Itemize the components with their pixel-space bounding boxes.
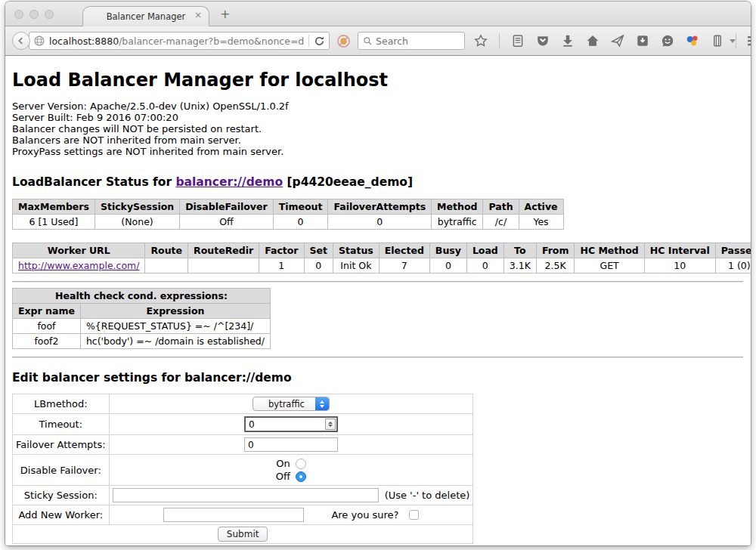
- reading-list-icon[interactable]: [511, 34, 525, 48]
- back-button[interactable]: [12, 32, 30, 50]
- table-row: foof2 hc('body') =~ /domain is establish…: [13, 334, 271, 349]
- balancer-status-table: MaxMembers StickySession DisableFailover…: [12, 199, 564, 230]
- downloads-icon[interactable]: [561, 34, 575, 48]
- window-controls: [14, 10, 54, 19]
- edit-balancer-form: LBmethod: bytraffic Timeout:: [12, 394, 473, 544]
- lbmethod-label: LBmethod:: [13, 394, 110, 414]
- balancer-demo-link[interactable]: balancer://demo: [175, 175, 283, 189]
- menu-hamburger-icon[interactable]: [747, 34, 751, 48]
- add-worker-label: Add New Worker:: [13, 505, 110, 525]
- urlbar-divider: [308, 35, 309, 47]
- table-header-row: Worker URL Route RouteRedir Factor Set S…: [13, 243, 751, 258]
- timeout-input[interactable]: [244, 416, 338, 432]
- disable-failover-off-radio[interactable]: [296, 471, 306, 482]
- save-to-device-icon[interactable]: [636, 34, 649, 48]
- bookmark-star-icon[interactable]: [474, 34, 488, 48]
- close-window-button[interactable]: [14, 10, 23, 19]
- worker-table: Worker URL Route RouteRedir Factor Set S…: [12, 243, 751, 273]
- sticky-session-input[interactable]: [113, 488, 379, 502]
- page-title: Load Balancer Manager for localhost: [12, 70, 743, 91]
- zoom-window-button[interactable]: [45, 10, 54, 19]
- reload-icon[interactable]: [314, 36, 325, 47]
- sticky-session-label: Sticky Session:: [13, 486, 110, 505]
- timeout-row: Timeout:: [13, 414, 473, 435]
- table-row: 6 [1 Used] (None) Off 0 0 bytraffic /c/ …: [13, 215, 564, 230]
- select-stepper-icon: [315, 397, 329, 410]
- add-worker-input[interactable]: [163, 508, 304, 522]
- globe-icon: [33, 35, 45, 47]
- lbmethod-select[interactable]: bytraffic: [253, 397, 330, 411]
- search-icon: [363, 36, 373, 46]
- table-header-row: MaxMembers StickySession DisableFailover…: [13, 199, 564, 215]
- persist-notice-line: Balancer changes will NOT be persisted o…: [12, 123, 743, 134]
- server-info: Server Version: Apache/2.5.0-dev (Unix) …: [12, 100, 743, 157]
- page-content: Load Balancer Manager for localhost Serv…: [5, 56, 751, 545]
- health-check-table: Health check cond. expressions: Expr nam…: [12, 288, 271, 349]
- failover-attempts-input[interactable]: [244, 437, 338, 452]
- confirm-label: Are you sure?: [331, 509, 398, 521]
- minimize-window-button[interactable]: [29, 10, 39, 19]
- server-built-line: Server Built: Feb 9 2016 07:00:20: [12, 112, 743, 123]
- url-text: localhost:8880/balancer-manager?b=demo&n…: [49, 36, 304, 47]
- chevron-down-icon[interactable]: [730, 39, 736, 43]
- disable-failover-label: Disable Failover:: [13, 455, 110, 486]
- lbmethod-row: LBmethod: bytraffic: [13, 394, 473, 414]
- submit-button[interactable]: Submit: [218, 527, 268, 542]
- table-header-row: Expr name Expression: [13, 304, 271, 319]
- radio-off-label: Off: [276, 470, 290, 483]
- radio-on-label: On: [276, 457, 290, 470]
- table-row: foof %{REQUEST_STATUS} =~ /^[234]/: [13, 319, 271, 334]
- sticky-session-row: Sticky Session: (Use '-' to delete): [13, 486, 473, 505]
- sticky-session-hint: (Use '-' to delete): [385, 490, 470, 501]
- server-version-line: Server Version: Apache/2.5.0-dev (Unix) …: [12, 100, 743, 112]
- toolbar-right-group: [736, 33, 751, 48]
- new-tab-button[interactable]: +: [220, 8, 230, 20]
- add-worker-row: Add New Worker: Are you sure?: [13, 505, 473, 525]
- timeout-label: Timeout:: [13, 414, 110, 435]
- disable-failover-on-radio[interactable]: [296, 459, 306, 469]
- failover-attempts-label: Failover Attempts:: [13, 435, 110, 455]
- lbmethod-selected-value: bytraffic: [253, 397, 315, 410]
- number-spinner-icon[interactable]: [325, 419, 336, 430]
- send-tab-icon[interactable]: [611, 34, 624, 48]
- url-bar[interactable]: localhost:8880/balancer-manager?b=demo&n…: [29, 32, 330, 50]
- navigation-toolbar: localhost:8880/balancer-manager?b=demo&n…: [5, 26, 751, 56]
- tab-close-icon[interactable]: ×: [194, 11, 202, 20]
- worker-url-link[interactable]: http://www.example.com/: [18, 260, 139, 271]
- table-title-row: Health check cond. expressions:: [13, 289, 271, 304]
- section-divider: [12, 357, 743, 358]
- back-arrow-icon: [16, 36, 26, 46]
- tab-title: Balancer Manager: [107, 11, 186, 22]
- hello-icon[interactable]: [686, 34, 699, 48]
- plugin-blocked-icon[interactable]: [336, 34, 351, 48]
- loadbalancer-status-heading: LoadBalancer Status for balancer://demo …: [12, 175, 743, 189]
- confirm-checkbox[interactable]: [409, 510, 419, 520]
- titlebar: Balancer Manager × +: [5, 2, 751, 26]
- section-divider: [12, 281, 743, 283]
- toolbar-separator: [736, 33, 736, 48]
- browser-window: Balancer Manager × + localhost:8880/bala…: [5, 2, 751, 545]
- table-row: http://www.example.com/ 1 0 Init Ok 7 0 …: [13, 258, 751, 273]
- tab-balancer-manager[interactable]: Balancer Manager ×: [82, 6, 209, 26]
- feedback-smiley-icon[interactable]: [661, 34, 674, 48]
- submit-row: Submit: [13, 525, 473, 544]
- failover-attempts-row: Failover Attempts:: [13, 435, 473, 455]
- disable-failover-row: Disable Failover: On Off: [13, 455, 473, 486]
- proxypass-notice-line: ProxyPass settings are NOT inherited fro…: [12, 146, 743, 157]
- edit-balancer-heading: Edit balancer settings for balancer://de…: [12, 371, 743, 385]
- home-icon[interactable]: [586, 34, 600, 48]
- toolbar-icons: [474, 33, 736, 48]
- search-input[interactable]: [376, 36, 451, 47]
- pocket-icon[interactable]: [536, 34, 550, 48]
- inherit-notice-line: Balancers are NOT inherited from main se…: [12, 134, 743, 146]
- search-box[interactable]: [358, 32, 465, 50]
- toolbar-separator: [499, 33, 500, 48]
- container-icon[interactable]: [711, 34, 724, 48]
